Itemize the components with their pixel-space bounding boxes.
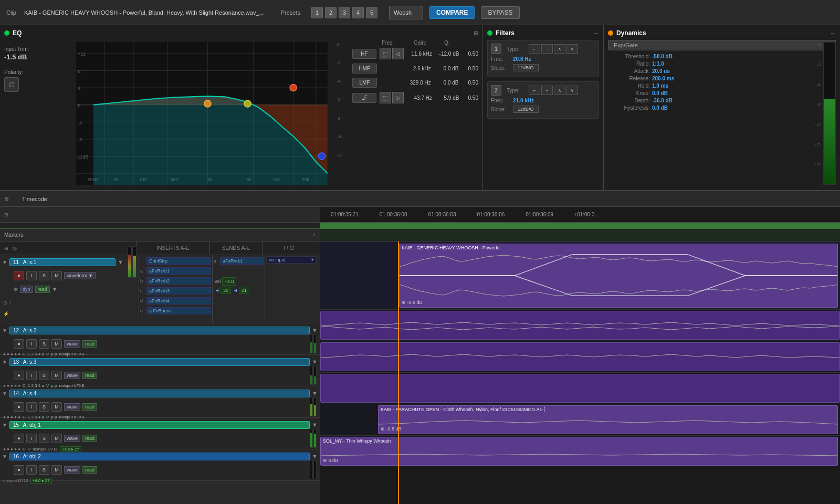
hmf-q-value[interactable]: 0.50 [462, 66, 479, 71]
track-11-mute-btn[interactable]: M [51, 271, 62, 280]
track-15-name-label[interactable]: 15 A: obj 1 [9, 421, 310, 429]
track-15-solo-btn[interactable]: S [39, 434, 49, 443]
hf-q-value[interactable]: 0.50 [462, 51, 478, 57]
hmf-band-button[interactable]: HMF [352, 64, 377, 74]
lmf-band-button[interactable]: LMF [352, 78, 377, 88]
lf-filter-arrow-btn[interactable]: ▷ [392, 92, 404, 103]
track-12-name-label[interactable]: 12 A: s.2 [9, 327, 310, 334]
track-14-expand[interactable]: ▼ [2, 391, 7, 396]
send-21-value[interactable]: 21 [239, 287, 249, 294]
track-16-input-btn[interactable]: I [26, 465, 37, 475]
track-12-waveform-dropdown[interactable]: wave [64, 340, 80, 348]
hmf-freq-value[interactable]: 2.6 kHz [405, 66, 431, 71]
track-16-vol[interactable]: +4.0 ▸ 27 [30, 478, 52, 484]
lmf-gain-value[interactable]: 0.0 dB [434, 80, 459, 86]
insert-afxrvrb4-plugin[interactable]: aFxRvrb4 [146, 297, 211, 304]
track-15-input-btn[interactable]: I [26, 434, 37, 443]
filter-2-type-bell[interactable]: ∧ [554, 86, 565, 95]
dynamics-type-button[interactable]: Exp/Gate [608, 40, 836, 50]
track-15-vol[interactable]: +4.0 ▸ 27 [60, 446, 81, 452]
track-14-mute-btn[interactable]: M [51, 402, 62, 412]
track-14-solo-btn[interactable]: S [39, 402, 49, 412]
insert-afxrvrb3-plugin[interactable]: aFxRvrb3 [146, 287, 211, 295]
track-16-record-btn[interactable]: ● [14, 465, 24, 475]
filter-2-slope-button[interactable]: 12dB/O [513, 106, 539, 113]
dyn-hysteresis-value[interactable]: 0.0 dB [652, 105, 668, 111]
track-13-record-btn[interactable]: ● [14, 371, 24, 380]
filter-1-freq-value[interactable]: 20.6 Hz [513, 56, 531, 62]
track-11-waveform-dropdown[interactable]: waveform ▼ [64, 272, 96, 279]
track-16-mute-btn[interactable]: M [51, 465, 62, 475]
insert-afxrvrb1-plugin[interactable]: aFxRvrb1 [146, 267, 211, 275]
preset-1-button[interactable]: 1 [311, 7, 323, 18]
track-12-input-btn[interactable]: I [26, 339, 37, 349]
insert-fxboom-plugin[interactable]: a FxBoom [146, 307, 211, 314]
lmf-q-value[interactable]: 0.50 [462, 80, 479, 86]
track-14-waveform-dropdown[interactable]: wave [64, 403, 80, 411]
track-16-solo-btn[interactable]: S [39, 465, 49, 475]
track-12-expand[interactable]: ▼ [2, 328, 7, 333]
preset-5-button[interactable]: 5 [366, 7, 377, 18]
eq-graph[interactable]: +12 8 4 0 -4 -8 -12dB 20Hz 25 100 500 1k… [52, 42, 351, 185]
insert-afxrvrb2-plugin[interactable]: aFxRvrb2 [146, 277, 211, 285]
track-11-record-btn[interactable]: ● [14, 271, 24, 280]
lf-gain-value[interactable]: 5.9 dB [435, 95, 459, 101]
track-16-menu-arrow[interactable]: ▼ [312, 453, 318, 459]
hf-filter-arrow-btn[interactable]: ◁ [392, 48, 404, 59]
timecode-grid-icon[interactable]: ⊞ [4, 196, 8, 202]
dyn-hold-value[interactable]: 1.0 ms [652, 83, 668, 89]
filter-1-type-notch[interactable]: ∨ [566, 44, 578, 54]
track-11-menu-arrow[interactable]: ▼ [118, 259, 123, 265]
track-11-read-badge[interactable]: read [35, 286, 50, 293]
dyn-attack-value[interactable]: 20.0 us [652, 68, 670, 74]
filter-1-slope-button[interactable]: 12dB/O [513, 64, 539, 71]
audio-clip-15[interactable]: KAIB - PARACHUTE OPEN - Cloth Whoosh, Ny… [378, 405, 838, 434]
bypass-button[interactable]: BYPASS [481, 6, 519, 19]
track-11-read-arrow[interactable]: ▼ [52, 286, 58, 292]
preset-4-button[interactable]: 4 [352, 7, 364, 18]
dyn-depth-value[interactable]: -36.0 dB [652, 98, 673, 103]
lf-band-button[interactable]: LF [352, 93, 376, 103]
hf-freq-value[interactable]: 11.6 kHz [407, 51, 432, 57]
track-12-record-btn[interactable]: ● [14, 339, 24, 349]
io-noinput[interactable]: no input + [266, 256, 317, 264]
track-11-expand[interactable]: ▼ [2, 259, 7, 265]
filter-2-type-lp[interactable]: ¬ [541, 86, 553, 95]
audio-clip-11[interactable]: KAIB - GENERIC HEAVY WHOOSH - Powerfu [399, 244, 838, 308]
polarity-button[interactable]: ∅ [4, 77, 19, 92]
insert-chnlstrp-plugin[interactable]: ChnlStrp [146, 257, 211, 265]
woosh-dropdown[interactable]: Woosh [389, 6, 423, 19]
track-16-name-label[interactable]: 16 A: obj 2 [9, 453, 310, 460]
hf-gain-value[interactable]: -12.0 dB [435, 51, 459, 57]
filter-2-type-hp[interactable]: ⌐ [529, 86, 540, 95]
track-14-input-btn[interactable]: I [26, 402, 37, 412]
hf-filter-type-btn[interactable]: ⬚ [380, 48, 391, 59]
lf-freq-value[interactable]: 43.7 Hz [407, 95, 432, 101]
send-30-value[interactable]: 30 [220, 287, 231, 294]
track-15-expand[interactable]: ▼ [2, 422, 7, 428]
track-13-input-btn[interactable]: I [26, 371, 37, 380]
track-15-waveform-dropdown[interactable]: wave [64, 435, 80, 442]
track-11-solo-btn[interactable]: S [39, 271, 49, 280]
track-13-solo-btn[interactable]: S [39, 371, 49, 380]
track-15-read-badge[interactable]: read [82, 435, 97, 442]
track-11-dyn-badge[interactable]: dyn [20, 286, 33, 293]
track-15-record-btn[interactable]: ● [14, 434, 24, 443]
track-12-mute-btn[interactable]: M [51, 339, 62, 349]
eq-active-dot[interactable] [4, 30, 9, 36]
track-16-read-badge[interactable]: read [82, 466, 97, 474]
track-14-menu-arrow[interactable]: ▼ [312, 390, 318, 396]
filter-1-type-bell[interactable]: ∧ [554, 44, 565, 54]
track-12-menu-arrow[interactable]: ▼ [312, 327, 318, 333]
dynamics-active-dot[interactable] [608, 30, 613, 36]
track-13-waveform-dropdown[interactable]: wave [64, 372, 80, 379]
lf-q-value[interactable]: 0.50 [462, 95, 478, 101]
track-16-waveform-dropdown[interactable]: wave [64, 466, 80, 474]
track-15-mute-btn[interactable]: M [51, 434, 62, 443]
track-12-plus[interactable]: + [87, 352, 89, 356]
filter-1-type-lp[interactable]: ¬ [541, 44, 553, 54]
track-15-menu-arrow[interactable]: ▼ [312, 422, 318, 428]
track-13-read-badge[interactable]: read [82, 372, 97, 379]
vol-value[interactable]: +4.0 [222, 277, 237, 286]
lf-filter-type-btn[interactable]: ⬚ [380, 92, 391, 103]
